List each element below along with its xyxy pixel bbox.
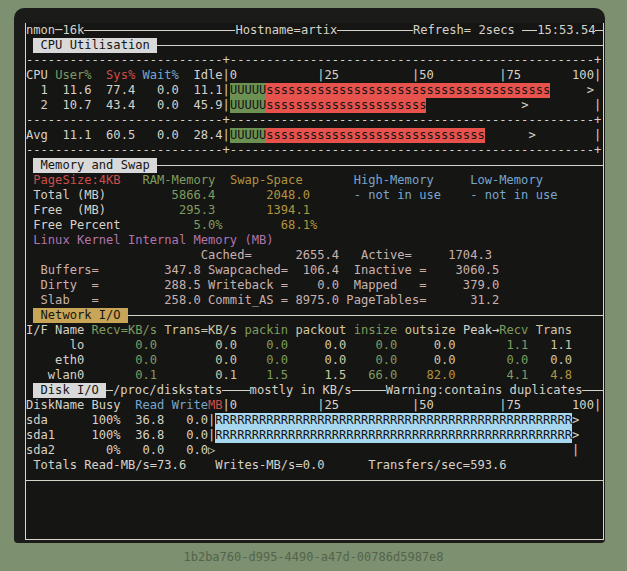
blank-row: [26, 503, 603, 518]
cpu-avg-row: Avg 11.1 60.5 0.0 28.4|UUUUUssssssssssss…: [26, 128, 603, 143]
desktop-uuid-label: 1b2ba760-d995-4490-a47d-00786d5987e8: [0, 550, 627, 564]
cpu-separator: ---------------------------+------------…: [26, 53, 603, 68]
net-section-title: Network I/O: [33, 308, 128, 323]
mem-section-header: Memory and Swap: [26, 158, 603, 173]
kernel-mem-row-1: Cached= 2655.4 Active= 1704.3: [26, 248, 603, 263]
rule-line: [337, 23, 413, 38]
rule-line: [84, 23, 235, 38]
cpu-section-title: CPU Utilisation: [33, 38, 157, 53]
disk-section-title: Disk I/O: [33, 383, 106, 398]
kernel-mem-row-4: Slab = 258.0 Commit_AS = 8975.0 PageTabl…: [26, 293, 603, 308]
titlebar-row: nmon─16kHostname=artixRefresh= 2secs 15:…: [26, 23, 603, 38]
blank-row: [26, 518, 603, 533]
refresh-label: Refresh= 2secs: [413, 23, 522, 38]
terminal-screen[interactable]: nmon─16kHostname=artixRefresh= 2secs 15:…: [25, 23, 604, 540]
desktop-background: nmon─16kHostname=artixRefresh= 2secs 15:…: [0, 0, 627, 571]
rule-line: [595, 23, 603, 38]
net-row-eth0: eth0 0.0 0.0 0.0 0.0 0.0 0.0 0.0 0.0: [26, 353, 603, 368]
rule-line: [128, 308, 603, 323]
end-separator: [26, 473, 603, 488]
rule-line: [222, 383, 249, 398]
cpu-section-header: CPU Utilisation: [26, 38, 603, 53]
rule-line: [157, 38, 603, 53]
cpu-bar-scale: |0 |25 |50 |75 100|: [223, 68, 602, 83]
mem-table-header: PageSize:4KB RAM-Memory Swap-Space High-…: [26, 173, 603, 188]
mem-free-row: Free (MB) 295.3 1394.1: [26, 203, 603, 218]
terminal-window[interactable]: nmon─16kHostname=artixRefresh= 2secs 15:…: [14, 8, 605, 543]
cpu-table-header: CPU User% Sys% Wait% Idle|0 |25 |50 |75 …: [26, 68, 603, 83]
blank-row: [26, 488, 603, 503]
clock-label: 15:53.54: [537, 23, 595, 38]
hostname-label: Hostname=artix: [235, 23, 337, 38]
rule-line: [157, 158, 603, 173]
app-title: nmon─16k: [26, 23, 84, 38]
disk-bar-scale: |0 |25 |50 |75 100|: [223, 398, 602, 413]
cpu-row-2: 2 10.7 43.4 0.0 45.9|UUUUUssssssssssssss…: [26, 98, 603, 113]
kernel-mem-row-2: Buffers= 347.8 Swapcached= 106.4 Inactiv…: [26, 263, 603, 278]
peak-marker: ▷: [208, 443, 215, 458]
cpu-separator: ---------------------------+------------…: [26, 113, 603, 128]
kernel-mem-row-3: Dirty = 288.5 Writeback = 0.0 Mapped = 3…: [26, 278, 603, 293]
peak-arrow: Peak→: [463, 323, 499, 338]
net-section-header: Network I/O: [26, 308, 603, 323]
rule-line: [26, 473, 603, 488]
mem-section-title: Memory and Swap: [33, 158, 157, 173]
net-row-lo: lo 0.0 0.0 0.0 0.0 0.0 0.0 1.1 1.1: [26, 338, 603, 353]
cpu-row-1: 1 11.6 77.4 0.0 11.1|UUUUUssssssssssssss…: [26, 83, 603, 98]
rule-line: [352, 383, 386, 398]
rule-line: [106, 383, 113, 398]
disk-table-header: DiskName Busy Read WriteMB|0 |25 |50 |75…: [26, 398, 603, 413]
net-table-header: I/F Name Recv=KB/s Trans=KB/s packin pac…: [26, 323, 603, 338]
disk-totals-row: Totals Read-MB/s=73.6 Writes-MB/s=0.0 Tr…: [26, 458, 603, 473]
cpu-separator: ---------------------------+------------…: [26, 143, 603, 158]
rule-line: [522, 23, 537, 38]
disk-section-header: Disk I/O /proc/diskstatsmostly in KB/sWa…: [26, 383, 603, 398]
rule-line: [582, 383, 603, 398]
mem-free-percent-row: Free Percent 5.0% 68.1%: [26, 218, 603, 233]
kernel-mem-title: Linux Kernel Internal Memory (MB): [26, 233, 603, 248]
mem-total-row: Total (MB) 5866.4 2048.0 - not in use - …: [26, 188, 603, 203]
disk-row-sda: sda 100% 36.8 0.0|RRRRRRRRRRRRRRRRRRRRRR…: [26, 413, 603, 428]
net-row-wlan0: wlan0 0.1 0.1 1.5 1.5 66.0 82.0 4.1 4.8: [26, 368, 603, 383]
disk-row-sda2: sda2 0% 0.0 0.0▷ |: [26, 443, 603, 458]
disk-row-sda1: sda1 100% 36.8 0.0|RRRRRRRRRRRRRRRRRRRRR…: [26, 428, 603, 443]
